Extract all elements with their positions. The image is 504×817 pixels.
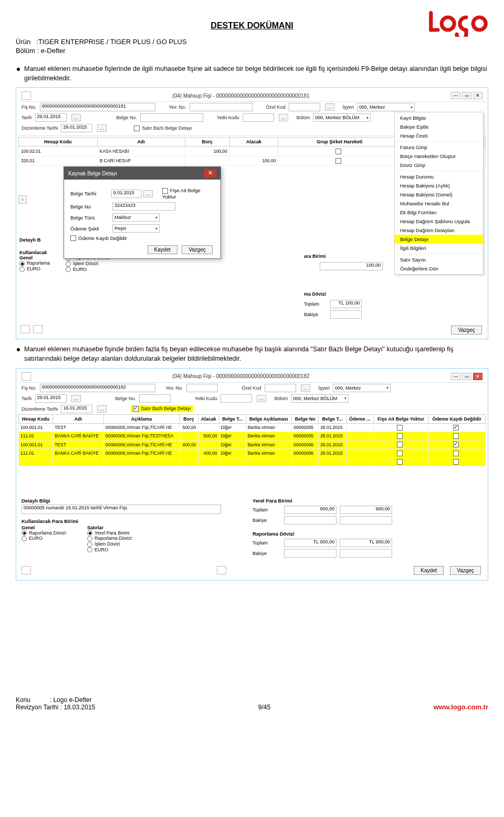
menu-item[interactable]: Belge Detayı: [395, 235, 483, 244]
yevno2-input[interactable]: [186, 384, 218, 392]
menu-item[interactable]: Hesap Bakiyesi (Genel): [395, 190, 483, 199]
sc2-kaydet-button[interactable]: Kaydet: [414, 566, 444, 575]
table-row[interactable]: [19, 457, 486, 466]
modal-close-button[interactable]: ✕: [204, 169, 216, 177]
menu-item[interactable]: Muhasebe Hesabı Bul: [395, 199, 483, 208]
s2-euro-radio[interactable]: [87, 547, 92, 552]
genel-rapor-radio[interactable]: [19, 261, 25, 266]
col2-7[interactable]: Belge No: [292, 414, 319, 423]
fisno-input[interactable]: 00000000000000000000000000000181: [40, 103, 155, 111]
sc2-vazgec-button[interactable]: Vazgeç: [450, 566, 481, 575]
table-row[interactable]: 111.01BANKA CARİ BAKİYE00000006,Virman F…: [19, 449, 486, 457]
col-borc[interactable]: Borç: [185, 138, 229, 146]
yevno-input[interactable]: [190, 103, 253, 111]
col2-10[interactable]: Fişe Ait Belge Yoktur: [374, 414, 428, 423]
s2-rapor-radio[interactable]: [87, 536, 92, 541]
ozelkod2-lookup[interactable]: …: [301, 384, 310, 392]
g2-euro-radio[interactable]: [22, 536, 27, 541]
minimize-button-2[interactable]: —: [451, 373, 460, 380]
yetkikodu-input[interactable]: [243, 113, 274, 122]
scroll-left[interactable]: ‹: [18, 195, 27, 204]
col2-2[interactable]: Açıklama: [103, 414, 180, 423]
belgeturu-select[interactable]: Makbuz▾: [112, 213, 160, 222]
fisno2-input[interactable]: 00000000000000000000000000000182: [40, 384, 155, 392]
ozelkod2-input[interactable]: [265, 384, 296, 392]
duzen-input[interactable]: 29.01.2015: [61, 124, 92, 132]
col2-6[interactable]: Belge Açıklaması: [246, 414, 292, 423]
satir-bazli-checkbox[interactable]: [134, 125, 140, 131]
row1-chk[interactable]: [335, 149, 341, 154]
context-menu[interactable]: Kayıt BilgisiBakiye EşitleHesap ÖzetiFat…: [394, 112, 484, 275]
tool-icon-2[interactable]: [33, 325, 43, 333]
menu-item[interactable]: Kayıt Bilgisi: [395, 113, 483, 122]
fiseait-checkbox[interactable]: [162, 188, 168, 194]
menu-item[interactable]: Bakiye Eşitle: [395, 122, 483, 131]
sc2-grid[interactable]: Hesap Kodu Adı Açıklama Borç Alacak Belg…: [18, 414, 486, 466]
g2-rapor-radio[interactable]: [22, 530, 27, 536]
sc1-vazgec-button[interactable]: Vazgeç: [451, 326, 482, 334]
row2-chk[interactable]: [335, 158, 341, 164]
tarih2-input[interactable]: 29.01.2015: [35, 394, 67, 403]
table-row[interactable]: 111.01BANKA CARİ BAKİYE00000005,Virman F…: [19, 432, 486, 440]
menu-item[interactable]: Bütçe Hareketleri Oluştur: [395, 152, 483, 161]
yetkikodu2-input[interactable]: [220, 394, 252, 403]
belgetarihi-picker[interactable]: …: [143, 190, 153, 197]
col2-9[interactable]: Ödeme ...: [346, 414, 373, 423]
menu-item[interactable]: Hesap Dağıtım Detayları: [395, 226, 483, 235]
col2-4[interactable]: Alacak: [198, 414, 219, 423]
belgeno-input[interactable]: [140, 113, 203, 122]
belgetarihi-input[interactable]: 9.01.2015: [111, 190, 142, 198]
satir-euro-radio[interactable]: [66, 267, 71, 272]
maximize-button-2[interactable]: ▭: [462, 373, 471, 380]
duzen-picker[interactable]: …: [97, 124, 107, 132]
menu-item[interactable]: Hesap Durumu: [395, 172, 483, 181]
col2-8[interactable]: Belge T...: [319, 414, 346, 423]
isyeri2-select[interactable]: 000, Merkez▾: [333, 384, 391, 392]
duzen2-input[interactable]: 16.01.2015: [61, 405, 92, 413]
menu-item[interactable]: Öndeğerlere Dön: [395, 264, 483, 273]
s2-yerel-radio[interactable]: [87, 530, 92, 536]
table-row[interactable]: 100.001.01TEST00000006,Virman Fişi,TİCAR…: [19, 441, 486, 449]
menu-item[interactable]: Hesap Bakiyesi (Aylık): [395, 181, 483, 190]
menu-item[interactable]: Döviz Girişi: [395, 161, 483, 170]
tool2-icon-2[interactable]: [217, 566, 226, 574]
menu-item[interactable]: Ek Bilgi Formları: [395, 208, 483, 217]
menu-item[interactable]: Hesap Özeti: [395, 131, 483, 140]
col2-11[interactable]: Ödeme Kaydı Değildir: [428, 414, 486, 423]
detayli2-text[interactable]: 00000005 numaralı 16.01.2015 tarihli Vir…: [22, 505, 221, 514]
ozelkod-lookup[interactable]: …: [325, 103, 334, 111]
ozelkod-input[interactable]: [289, 103, 320, 111]
table-row[interactable]: 100.001.01TEST00000005,Virman Fişi,TİCAR…: [19, 423, 486, 432]
tarih-picker[interactable]: …: [71, 114, 81, 121]
duzen2-picker[interactable]: …: [97, 405, 107, 413]
s2-islem-radio[interactable]: [87, 542, 92, 547]
maximize-button[interactable]: ▭: [462, 92, 471, 99]
bolum2-select[interactable]: 000, Merkez BÖLÜM▾: [291, 394, 349, 403]
tarih-input[interactable]: 29.01.2015: [35, 113, 67, 122]
genel-euro-radio[interactable]: [19, 267, 25, 272]
odemekaydi-checkbox[interactable]: [70, 235, 76, 241]
menu-item[interactable]: Satır Sayısı: [395, 255, 483, 264]
odemesekli-select[interactable]: Peşin▾: [112, 224, 160, 233]
belgeno-m-input[interactable]: 32423423: [112, 202, 175, 211]
menu-item[interactable]: Hesap Dağıtım Şablonu Uygula: [395, 217, 483, 226]
modal-vazgec-button[interactable]: Vazgeç: [182, 245, 213, 254]
col-alacak[interactable]: Alacak: [229, 138, 278, 146]
belgeno2-input[interactable]: [139, 394, 171, 403]
modal-kaydet-button[interactable]: Kaydet: [148, 245, 177, 254]
close-button-2[interactable]: ✕: [473, 373, 482, 380]
tarih2-picker[interactable]: …: [71, 395, 81, 402]
tool-icon-1[interactable]: [20, 325, 30, 333]
menu-item[interactable]: İlgili Bilgileri: [395, 244, 483, 253]
col2-0[interactable]: Hesap Kodu: [19, 414, 53, 423]
col-grup[interactable]: Grup Şirket Hareketi: [278, 138, 401, 146]
col2-5[interactable]: Belge T...: [219, 414, 246, 423]
col2-1[interactable]: Adı: [53, 414, 104, 423]
satir-bazli2-checkbox[interactable]: [133, 406, 139, 412]
isyeri-select[interactable]: 000, Merkez▾: [357, 103, 415, 111]
bolum-select[interactable]: 000, Merkez BÖLÜM▾: [313, 113, 371, 122]
satir-islem-radio[interactable]: [66, 261, 71, 267]
yetkikodu2-lookup[interactable]: …: [257, 395, 266, 402]
tool2-icon-1[interactable]: [22, 566, 31, 574]
col-adi[interactable]: Adı: [97, 138, 185, 146]
